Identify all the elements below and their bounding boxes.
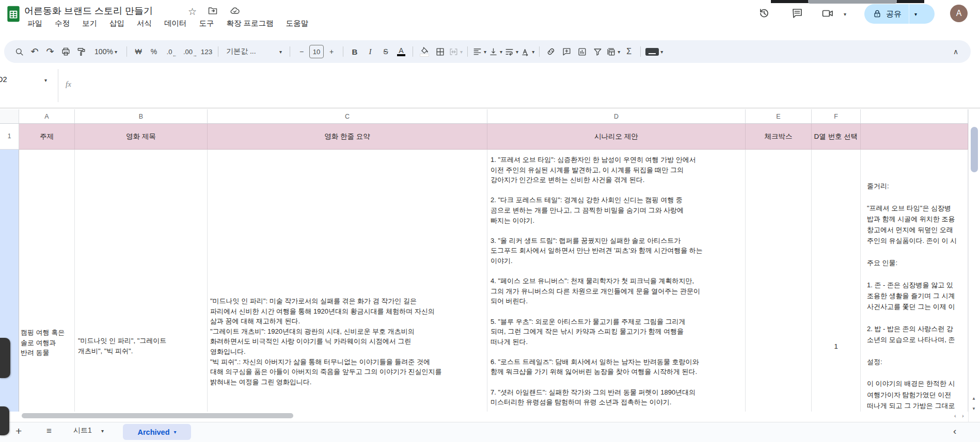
share-button[interactable]: 공유 ▾ bbox=[864, 4, 935, 24]
cell-e1[interactable]: 체크박스 bbox=[746, 124, 812, 150]
zoom-select[interactable]: 100%▾ bbox=[90, 44, 122, 59]
paint-format-icon[interactable] bbox=[74, 44, 88, 59]
document-title[interactable]: 어른동화 브랜드 스토리 만들기 bbox=[24, 5, 153, 17]
cell-d1[interactable]: 시나리오 제안 bbox=[487, 124, 746, 150]
col-header-f[interactable]: F bbox=[812, 109, 861, 123]
insert-link-icon[interactable] bbox=[544, 44, 558, 59]
cell-d2[interactable]: 1. "프레셔 오브 타임": 심증환자인 한 남성이 우연히 여행 가방 안에… bbox=[491, 155, 744, 412]
camera-caret-icon[interactable]: ▾ bbox=[844, 11, 846, 17]
collapse-toolbar-button[interactable]: ∧ bbox=[949, 44, 962, 59]
menu-tools[interactable]: 도구 bbox=[195, 17, 219, 30]
col-header-d[interactable]: D bbox=[487, 109, 746, 123]
sheets-logo-icon[interactable] bbox=[6, 4, 21, 24]
cell-c1[interactable]: 영화 한줄 요약 bbox=[208, 124, 487, 150]
menu-insert[interactable]: 삽입 bbox=[105, 17, 129, 30]
version-history-icon[interactable] bbox=[758, 7, 770, 20]
print-icon[interactable] bbox=[59, 44, 72, 59]
floating-widget[interactable] bbox=[0, 338, 10, 378]
col-header-b[interactable]: B bbox=[75, 109, 208, 123]
side-panel-collapse-icon[interactable]: ‹ bbox=[953, 425, 956, 437]
text-wrap-button[interactable]: ▾ bbox=[504, 44, 518, 59]
sheet1-caret-icon[interactable]: ▾ bbox=[101, 428, 104, 434]
increase-font-size-button[interactable]: + bbox=[325, 44, 338, 59]
search-icon[interactable] bbox=[12, 44, 26, 59]
font-size-input[interactable]: 10 bbox=[309, 45, 324, 58]
menu-view[interactable]: 보기 bbox=[77, 17, 102, 30]
filter-icon[interactable] bbox=[591, 44, 604, 59]
all-sheets-icon[interactable]: ≡ bbox=[46, 426, 52, 436]
strikethrough-button[interactable]: S bbox=[379, 44, 392, 59]
share-label: 공유 bbox=[886, 9, 902, 19]
fill-color-button[interactable] bbox=[418, 44, 431, 59]
move-folder-icon[interactable] bbox=[208, 6, 218, 16]
scroll-right-icon[interactable]: › bbox=[962, 413, 964, 419]
cloud-saved-icon[interactable] bbox=[229, 6, 241, 16]
row-header-1[interactable]: 1 bbox=[0, 124, 19, 150]
horizontal-align-button[interactable]: ▾ bbox=[472, 44, 486, 59]
decrease-decimal-button[interactable]: .0← bbox=[163, 44, 176, 59]
name-box[interactable]: D2 bbox=[0, 75, 7, 84]
increase-decimal-button[interactable]: .00→ bbox=[181, 44, 195, 59]
comment-history-icon[interactable] bbox=[791, 7, 803, 20]
bold-button[interactable]: B bbox=[348, 44, 361, 59]
scroll-down-icon[interactable]: ▼ bbox=[972, 406, 976, 411]
col-header-a[interactable]: A bbox=[19, 109, 75, 123]
insert-comment-icon[interactable] bbox=[560, 44, 573, 59]
cell-e2[interactable] bbox=[746, 155, 810, 175]
font-select[interactable]: 기본값 ...▾ bbox=[223, 44, 285, 59]
menu-help[interactable]: 도움말 bbox=[281, 17, 313, 30]
cell-a1[interactable]: 주제 bbox=[19, 124, 75, 150]
cell-f2[interactable]: 1 bbox=[812, 341, 860, 352]
insert-chart-icon[interactable] bbox=[575, 44, 589, 59]
row-2: 캠핑 여행 혹은 솔로 여행과 반려 동물 "미드나잇 인 파리", "그레이트… bbox=[0, 150, 968, 412]
text-rotation-button[interactable]: ▾ bbox=[520, 44, 534, 59]
cell-c2[interactable]: "미드나잇 인 파리": 미술 작가로서의 실패를 겪은 화가 겸 작가인 길은… bbox=[210, 296, 486, 389]
floating-widget[interactable] bbox=[0, 406, 9, 435]
horizontal-scrollbar[interactable]: ‹ › bbox=[0, 412, 968, 422]
format-currency-button[interactable]: ₩ bbox=[132, 44, 145, 59]
cell-b1[interactable]: 영화 제목 bbox=[75, 124, 208, 150]
sheet-tab-sheet1[interactable]: 시트1 bbox=[73, 426, 92, 435]
italic-button[interactable]: I bbox=[363, 44, 377, 59]
data-table-button[interactable]: ▾ bbox=[606, 44, 620, 59]
cell-g1[interactable] bbox=[861, 124, 968, 150]
avatar[interactable]: A bbox=[950, 5, 968, 22]
borders-icon[interactable] bbox=[433, 44, 447, 59]
name-box-caret-icon[interactable]: ▾ bbox=[44, 77, 47, 83]
sheet-tab-archived[interactable]: Archived ▾ bbox=[123, 424, 191, 440]
meet-camera-icon[interactable] bbox=[821, 7, 834, 20]
merge-cells-button[interactable]: ▾ bbox=[449, 44, 463, 59]
select-all-corner[interactable] bbox=[0, 109, 19, 123]
cell-b2[interactable]: "미드나잇 인 파리", "그레이트 개츠비", "빅 피쉬". bbox=[78, 336, 206, 357]
format-percent-button[interactable]: % bbox=[147, 44, 161, 59]
horizontal-scroll-thumb[interactable] bbox=[22, 413, 293, 418]
vertical-align-button[interactable]: ▾ bbox=[488, 44, 502, 59]
add-sheet-button[interactable]: + bbox=[15, 425, 22, 437]
col-header-c[interactable]: C bbox=[208, 109, 487, 123]
input-tools-button[interactable]: ▾ bbox=[645, 44, 663, 59]
vertical-scrollbar[interactable]: ▲ ▼ bbox=[968, 109, 980, 422]
decrease-font-size-button[interactable]: − bbox=[295, 44, 308, 59]
col-header-g[interactable] bbox=[861, 109, 968, 123]
formula-input[interactable] bbox=[77, 78, 955, 91]
functions-sigma-button[interactable]: Σ bbox=[622, 44, 636, 59]
more-formats-button[interactable]: 123 bbox=[200, 44, 213, 59]
menu-format[interactable]: 서식 bbox=[132, 17, 156, 30]
cell-f1[interactable]: D열 번호 선택 bbox=[812, 124, 861, 150]
archived-caret-icon[interactable]: ▾ bbox=[174, 429, 177, 435]
vertical-scroll-thumb[interactable] bbox=[971, 127, 978, 172]
share-caret-icon[interactable]: ▾ bbox=[914, 11, 917, 17]
redo-icon[interactable]: ↷ bbox=[43, 44, 57, 59]
menu-edit[interactable]: 수정 bbox=[50, 17, 74, 30]
scroll-left-icon[interactable]: ‹ bbox=[954, 413, 956, 419]
menu-extensions[interactable]: 확장 프로그램 bbox=[222, 17, 278, 30]
text-color-button[interactable]: A bbox=[394, 44, 408, 59]
menu-file[interactable]: 파일 bbox=[23, 17, 47, 30]
star-icon[interactable]: ☆ bbox=[188, 6, 197, 18]
menu-data[interactable]: 데이터 bbox=[160, 17, 192, 30]
cell-a2[interactable]: 캠핑 여행 혹은 솔로 여행과 반려 동물 bbox=[21, 328, 74, 359]
col-header-e[interactable]: E bbox=[746, 109, 812, 123]
undo-icon[interactable]: ↶ bbox=[28, 44, 41, 59]
cell-g2[interactable]: 줄거리: "프레셔 오브 타임"은 심장병 밥과 함께 시골에 위치한 조용 창… bbox=[867, 181, 968, 412]
scroll-up-icon[interactable]: ▲ bbox=[972, 396, 976, 401]
